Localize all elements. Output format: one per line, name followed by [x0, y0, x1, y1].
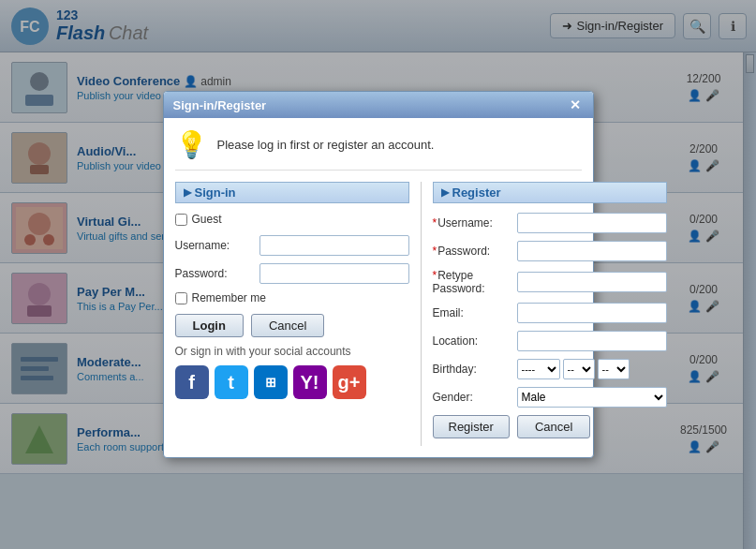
reg-email-row: Email:	[433, 303, 667, 323]
reg-username-input[interactable]	[517, 213, 667, 233]
modal-title: Sign-in/Register	[173, 98, 267, 112]
birthday-year-select[interactable]: ----	[517, 359, 560, 379]
req-marker-username: *	[433, 216, 437, 230]
facebook-icon: f	[188, 372, 195, 393]
reg-retype-input[interactable]	[517, 272, 667, 292]
reg-location-label: Location:	[433, 334, 517, 348]
register-section-title: Register	[452, 185, 501, 200]
signin-cancel-button[interactable]: Cancel	[251, 314, 324, 337]
birthday-day-select[interactable]: --	[598, 359, 630, 379]
signin-section-title: Sign-in	[195, 185, 236, 200]
signin-password-row: Password:	[175, 263, 409, 284]
windows-live-signin-button[interactable]: ⊞	[254, 365, 288, 399]
modal-close-button[interactable]: ✕	[567, 96, 584, 113]
reg-username-label: *Username:	[433, 216, 517, 230]
remember-checkbox-row: Remember me	[175, 291, 409, 304]
social-icons: f t ⊞ Y! g+	[175, 365, 409, 399]
reg-username-row: *Username:	[433, 213, 667, 233]
signin-username-label: Username:	[175, 239, 259, 252]
facebook-signin-button[interactable]: f	[175, 365, 209, 399]
reg-email-input[interactable]	[517, 303, 667, 323]
guest-label: Guest	[192, 213, 222, 226]
twitter-signin-button[interactable]: t	[215, 365, 248, 399]
register-cancel-button[interactable]: Cancel	[517, 415, 590, 438]
signin-username-input[interactable]	[259, 235, 409, 256]
twitter-icon: t	[228, 372, 234, 393]
birthday-month-select[interactable]: --	[563, 359, 595, 379]
section-arrow-icon: ▶	[184, 186, 191, 199]
register-section-arrow-icon: ▶	[441, 186, 449, 199]
google-plus-signin-button[interactable]: g+	[333, 365, 366, 399]
modal-titlebar: Sign-in/Register ✕	[164, 92, 593, 118]
req-marker-retype: *	[433, 269, 437, 282]
birthday-selects: ---- -- --	[517, 359, 630, 379]
register-buttons: Register Cancel	[433, 415, 667, 438]
reg-password-row: *Password:	[433, 241, 667, 261]
guest-checkbox[interactable]	[175, 214, 187, 226]
signin-section-header: ▶ Sign-in	[175, 182, 409, 203]
reg-retype-row: *Retype Password:	[433, 269, 667, 295]
google-plus-icon: g+	[338, 372, 361, 393]
reg-email-label: Email:	[433, 306, 517, 319]
signin-panel: ▶ Sign-in Guest Username:	[175, 182, 422, 446]
social-divider-text: Or sign in with your social accounts	[175, 345, 409, 358]
reg-password-input[interactable]	[517, 241, 667, 261]
reg-gender-row: Gender: Male Female	[433, 387, 667, 408]
reg-birthday-label: Birthday:	[433, 363, 517, 376]
login-button[interactable]: Login	[175, 314, 244, 337]
signin-password-label: Password:	[175, 267, 259, 280]
guest-checkbox-row: Guest	[175, 213, 409, 226]
modal-columns: ▶ Sign-in Guest Username:	[175, 182, 582, 446]
modal-header-message: 💡 Please log in first or register an acc…	[175, 129, 582, 171]
modal-overlay: Sign-in/Register ✕ 💡 Please log in first…	[0, 0, 756, 549]
register-button[interactable]: Register	[433, 415, 510, 438]
register-section-header: ▶ Register	[433, 182, 667, 203]
reg-location-input[interactable]	[517, 331, 667, 351]
windows-live-icon: ⊞	[265, 375, 276, 390]
reg-location-row: Location:	[433, 331, 667, 351]
bulb-icon: 💡	[175, 129, 208, 160]
reg-birthday-row: Birthday: ---- -- --	[433, 359, 667, 379]
reg-gender-select[interactable]: Male Female	[517, 387, 667, 408]
yahoo-signin-button[interactable]: Y!	[293, 365, 327, 399]
yahoo-icon: Y!	[301, 372, 319, 393]
remember-checkbox[interactable]	[175, 292, 187, 304]
register-panel: ▶ Register *Username: *Password:	[422, 182, 667, 446]
req-marker-password: *	[433, 245, 437, 258]
modal-body: 💡 Please log in first or register an acc…	[164, 118, 593, 457]
signin-username-row: Username:	[175, 235, 409, 256]
signin-password-input[interactable]	[259, 263, 409, 284]
reg-gender-label: Gender:	[433, 391, 517, 404]
remember-label: Remember me	[192, 291, 266, 304]
signin-buttons: Login Cancel	[175, 314, 409, 337]
signin-register-modal: Sign-in/Register ✕ 💡 Please log in first…	[163, 91, 594, 458]
modal-message-text: Please log in first or register an accou…	[217, 138, 435, 152]
reg-retype-label: *Retype Password:	[433, 269, 517, 295]
reg-password-label: *Password:	[433, 245, 517, 258]
